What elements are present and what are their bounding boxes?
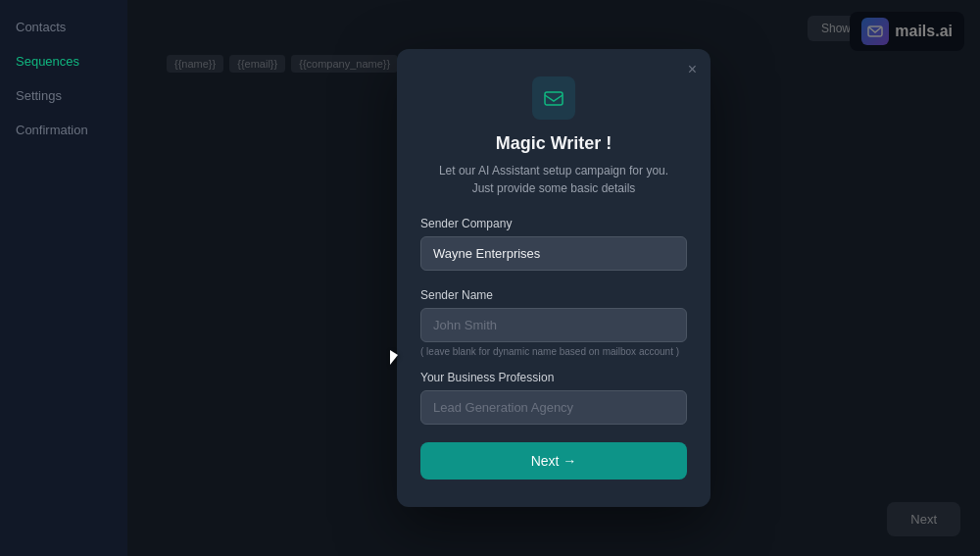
main-content: Show HTML ↻ {{name}}{{email}}{{company_n… xyxy=(127,0,980,556)
modal-title: Magic Writer ! xyxy=(420,133,687,154)
sender-company-input[interactable] xyxy=(420,236,687,271)
sender-name-input[interactable] xyxy=(420,308,687,342)
sender-name-label: Sender Name xyxy=(420,288,687,302)
sidebar: Contacts Sequences Settings Confirmation xyxy=(0,0,127,556)
modal-close-button[interactable]: × xyxy=(688,61,697,78)
modal-dialog: × Magic Writer ! Let our AI Assistant se… xyxy=(397,49,710,507)
modal-next-button[interactable]: Next → xyxy=(420,442,687,480)
sender-company-group: Sender Company xyxy=(420,217,687,275)
business-profession-input[interactable] xyxy=(420,390,687,425)
sidebar-item-confirmation[interactable]: Confirmation xyxy=(16,123,112,137)
sidebar-item-sequences[interactable]: Sequences xyxy=(16,54,112,69)
modal-subtitle: Let our AI Assistant setup campaign for … xyxy=(420,162,687,197)
modal-backdrop: × Magic Writer ! Let our AI Assistant se… xyxy=(127,0,980,556)
business-profession-group: Your Business Profession xyxy=(420,371,687,429)
sidebar-item-contacts[interactable]: Contacts xyxy=(16,20,112,34)
sender-name-group: Sender Name ( leave blank for dynamic na… xyxy=(420,288,687,357)
business-profession-label: Your Business Profession xyxy=(420,371,687,384)
svg-rect-1 xyxy=(545,92,563,105)
modal-icon-wrapper xyxy=(420,76,687,120)
sender-name-hint: ( leave blank for dynamic name based on … xyxy=(420,346,687,357)
sender-company-label: Sender Company xyxy=(420,217,687,230)
sidebar-item-settings[interactable]: Settings xyxy=(16,88,112,103)
modal-icon-box xyxy=(532,76,575,120)
